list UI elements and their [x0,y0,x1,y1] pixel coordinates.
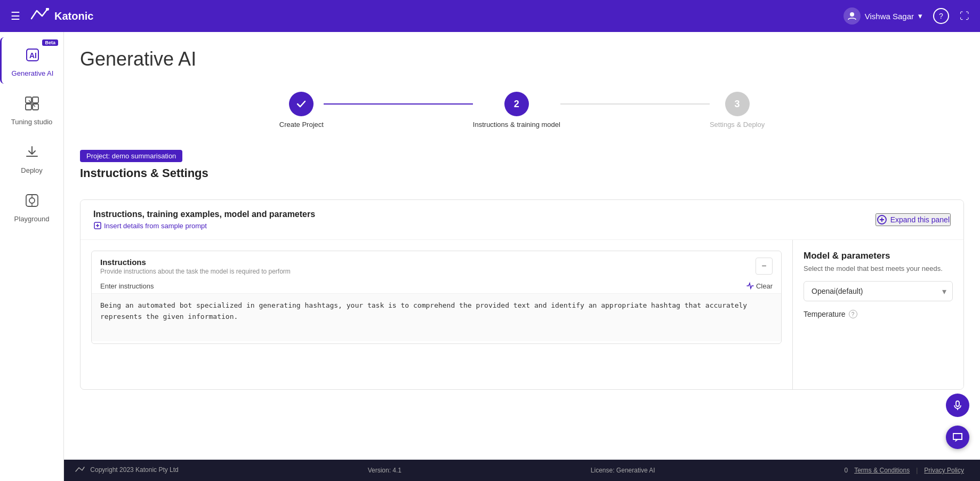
instructions-title: Instructions [100,258,291,267]
user-menu[interactable]: Vishwa Sagar ▾ [844,7,922,25]
step-settings-deploy: 3 Settings & Deploy [710,92,765,129]
stepper: Create Project 2 Instructions & training… [80,81,964,139]
generative-ai-icon: AI [21,44,44,66]
enter-instructions-label: Enter instructions [100,282,154,290]
left-panel: Instructions Provide instructions about … [81,240,793,389]
app-name: Katonic [54,10,93,22]
footer: Copyright 2023 Katonic Pty Ltd Version: … [0,460,980,481]
tuning-studio-icon [21,92,43,115]
svg-rect-5 [33,97,38,103]
project-badge: Project: demo summarisation [80,150,182,162]
instructions-header-info: Instructions Provide instructions about … [100,258,291,275]
step-3-circle: 3 [725,92,750,116]
model-select-wrapper: Openai(default) GPT-4 GPT-3.5-turbo ▾ [804,281,953,301]
step-1-circle [289,92,314,116]
step-3-number: 3 [735,99,740,110]
logo-bird-icon [29,8,50,24]
clear-label: Clear [756,282,773,290]
sidebar: Beta AI Generative AI Tuning studio [0,32,64,481]
app-logo: Katonic [29,8,93,24]
step-1-label: Create Project [279,121,324,129]
main-content: Generative AI Create Project 2 Instructi… [64,32,980,460]
model-params-subtitle: Select the model that best meets your ne… [804,264,953,272]
sidebar-label-tuning-studio: Tuning studio [11,118,53,126]
svg-rect-19 [956,401,959,406]
svg-point-1 [850,12,854,17]
step-3-label: Settings & Deploy [710,121,765,129]
sidebar-item-deploy[interactable]: Deploy [0,134,63,181]
panel-header: Instructions, training examples, model a… [81,200,963,240]
model-params-section: Model & parameters Select the model that… [804,251,953,318]
instructions-subtitle: Provide instructions about the task the … [100,268,291,275]
beta-badge: Beta [42,39,58,46]
footer-zero: 0 [844,467,848,474]
expand-panel-label: Expand this panel [890,215,950,224]
step-create-project: Create Project [279,92,324,129]
model-select[interactable]: Openai(default) GPT-4 GPT-3.5-turbo [804,281,953,301]
svg-line-8 [29,100,35,107]
playground-icon [21,189,43,212]
sidebar-item-playground[interactable]: Playground [0,183,63,229]
hamburger-menu-icon[interactable]: ☰ [11,10,20,22]
sidebar-label-playground: Playground [14,215,50,223]
step-2-number: 2 [514,99,519,110]
chevron-down-icon: ▾ [918,11,922,21]
footer-divider: | [916,467,918,474]
model-params-title: Model & parameters [804,251,953,261]
nav-right: Vishwa Sagar ▾ ? ⛶ [844,7,969,25]
step-2-label: Instructions & training model [473,121,560,129]
sidebar-label-generative-ai: Generative AI [12,69,54,77]
privacy-policy-link[interactable]: Privacy Policy [924,467,964,474]
insert-sample-prompt-link[interactable]: Insert details from sample prompt [93,221,315,230]
sidebar-label-deploy: Deploy [21,166,42,174]
expand-panel-button[interactable]: Expand this panel [875,213,951,226]
footer-links: 0 Terms & Conditions | Privacy Policy [844,467,964,474]
help-button[interactable]: ? [933,8,949,24]
minimize-instructions-button[interactable]: − [756,258,773,275]
top-navigation: ☰ Katonic Vishwa Sagar ▾ ? ⛶ [0,0,980,32]
fullscreen-icon[interactable]: ⛶ [960,11,969,22]
svg-point-10 [29,198,35,203]
enter-instructions-row: Enter instructions Clear [92,282,781,293]
sidebar-item-tuning-studio[interactable]: Tuning studio [0,86,63,132]
svg-rect-6 [26,104,31,110]
insert-link-label: Insert details from sample prompt [104,222,207,230]
deploy-icon [21,141,43,163]
temperature-label: Temperature [804,310,846,318]
temperature-help-icon[interactable]: ? [849,310,857,318]
footer-license: License: Generative AI [591,467,655,474]
step-instructions: 2 Instructions & training model [473,92,560,129]
user-name: Vishwa Sagar [865,12,914,21]
terms-conditions-link[interactable]: Terms & Conditions [854,467,910,474]
page-title: Generative AI [80,48,964,70]
step-line-2 [560,103,710,105]
section-title: Instructions & Settings [80,166,964,180]
step-2-circle: 2 [504,92,529,116]
chat-support-button[interactable] [946,426,969,449]
instructions-textarea[interactable] [92,293,781,341]
right-panel: Model & parameters Select the model that… [793,240,963,389]
panel-body: Instructions Provide instructions about … [81,240,963,389]
footer-version: Version: 4.1 [368,467,401,474]
footer-copyright: Copyright 2023 Katonic Pty Ltd [75,466,179,475]
scroll-indicator[interactable] [946,394,969,417]
temperature-row: Temperature ? [804,310,953,318]
step-line-1 [324,103,473,105]
panel-header-title: Instructions, training examples, model a… [93,210,315,219]
instructions-box-header: Instructions Provide instructions about … [92,251,781,282]
panel-header-left: Instructions, training examples, model a… [93,210,315,230]
sidebar-item-generative-ai[interactable]: Beta AI Generative AI [0,37,63,84]
instructions-panel: Instructions, training examples, model a… [80,199,964,390]
user-avatar [844,7,861,25]
clear-button[interactable]: Clear [745,282,773,290]
nav-left: ☰ Katonic [11,8,93,24]
svg-text:AI: AI [29,51,37,60]
copyright-text: Copyright 2023 Katonic Pty Ltd [90,466,178,474]
instructions-box: Instructions Provide instructions about … [91,251,782,344]
